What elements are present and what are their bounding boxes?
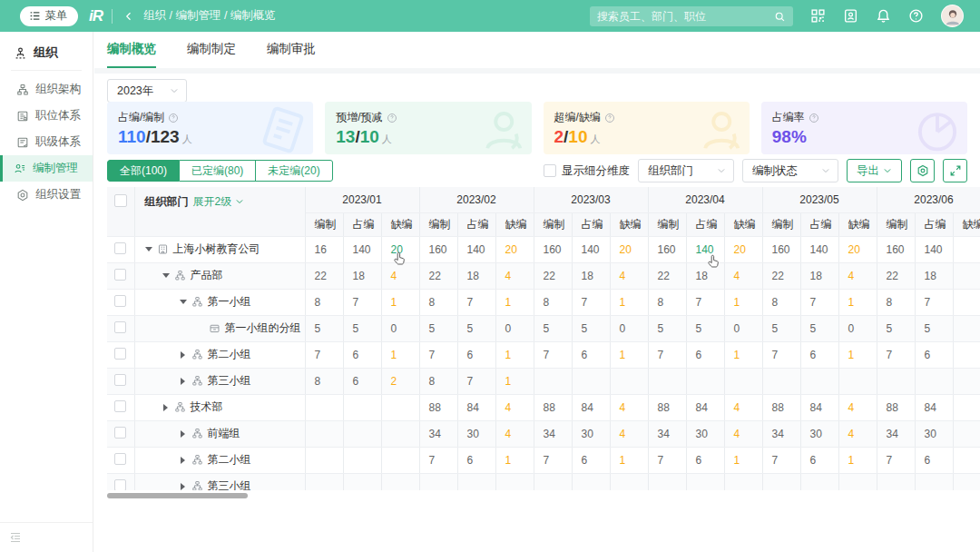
- value-cell: 4: [495, 262, 534, 289]
- menu-label: 菜单: [45, 8, 67, 24]
- tabbar-separator: [94, 68, 980, 74]
- collapse-caret-icon[interactable]: [160, 270, 172, 282]
- expand-caret-icon[interactable]: [160, 401, 172, 414]
- sidebar-collapse-icon[interactable]: [9, 530, 24, 545]
- value-cell: [953, 473, 980, 490]
- value-cell: [534, 473, 572, 490]
- sidebar-item-组织设置[interactable]: 组织设置: [0, 182, 93, 208]
- value-cell: 34: [762, 420, 800, 447]
- value-cell: 22: [305, 262, 343, 289]
- collapse-caret-icon[interactable]: [177, 296, 190, 309]
- tab-编制审批[interactable]: 编制审批: [267, 32, 316, 68]
- value-cell: 1: [495, 341, 534, 368]
- row-checkbox[interactable]: [107, 262, 134, 289]
- expand-caret-icon[interactable]: [177, 375, 190, 388]
- tab-编制制定[interactable]: 编制制定: [187, 32, 236, 68]
- search-input[interactable]: [597, 10, 774, 23]
- value-cell: 84: [457, 394, 495, 420]
- org-name-cell: 前端组: [134, 420, 305, 447]
- menu-button[interactable]: 菜单: [20, 6, 78, 26]
- year-select[interactable]: 2023年: [107, 79, 187, 103]
- help-icon[interactable]: [808, 113, 819, 123]
- help-icon[interactable]: [168, 113, 179, 123]
- value-cell: [610, 368, 648, 394]
- row-checkbox[interactable]: [107, 447, 134, 473]
- month-header: 2023/05: [762, 187, 877, 212]
- help-icon[interactable]: [387, 113, 397, 123]
- status-filter-group: 全部(100)已定编(80)未定编(20): [107, 160, 333, 182]
- value-cell[interactable]: 20: [381, 236, 419, 262]
- horizontal-scrollbar[interactable]: [107, 493, 248, 498]
- value-cell: [953, 315, 980, 341]
- row-checkbox[interactable]: [107, 341, 134, 368]
- bell-icon[interactable]: [876, 8, 891, 24]
- help-icon[interactable]: [604, 113, 615, 123]
- value-cell: 4: [610, 262, 648, 289]
- sidebar-item-职级体系[interactable]: 职级体系: [0, 129, 93, 155]
- collapse-caret-icon[interactable]: [142, 243, 155, 256]
- org-column-header: 组织部门展开2级: [134, 187, 305, 236]
- value-cell: 5: [534, 315, 572, 341]
- expand-caret-icon[interactable]: [177, 349, 190, 361]
- table-controls: 显示细分维度 组织部门 编制状态 导出: [544, 159, 967, 182]
- row-checkbox[interactable]: [107, 368, 134, 394]
- value-cell: 6: [686, 447, 724, 473]
- organization-icon: [14, 46, 27, 60]
- staffing-status-select[interactable]: 编制状态: [742, 159, 838, 182]
- value-cell: 18: [800, 262, 838, 289]
- expand-levels-link[interactable]: 展开2级: [193, 195, 244, 208]
- org-name-cell: 第二小组: [134, 447, 305, 473]
- qr-scan-icon[interactable]: [810, 8, 826, 24]
- tab-编制概览[interactable]: 编制概览: [107, 32, 156, 68]
- help-icon[interactable]: [908, 8, 924, 24]
- row-checkbox[interactable]: [107, 236, 134, 262]
- value-cell: 160: [534, 236, 572, 262]
- row-checkbox[interactable]: [107, 289, 134, 315]
- sidebar-item-编制管理[interactable]: 编制管理: [0, 155, 93, 182]
- sidebar-item-组织架构[interactable]: 组织架构: [0, 76, 93, 103]
- value-cell: [800, 473, 838, 490]
- expand-caret-icon[interactable]: [177, 480, 190, 491]
- value-cell: 88: [877, 394, 915, 420]
- value-cell: 5: [877, 315, 915, 341]
- filter-chip-已定编(80)[interactable]: 已定编(80): [180, 160, 256, 182]
- value-cell: 18: [457, 262, 495, 289]
- value-cell[interactable]: 140: [686, 236, 724, 262]
- month-header: 2023/02: [419, 187, 534, 212]
- value-cell: 4: [838, 262, 877, 289]
- org-dimension-select[interactable]: 组织部门: [638, 159, 734, 182]
- dept-icon: [174, 270, 186, 281]
- table-row: 产品部22184221842218422184221842218: [107, 262, 980, 289]
- sidebar-item-职位体系[interactable]: 职位体系: [0, 103, 93, 129]
- value-cell: 7: [572, 289, 610, 315]
- value-cell: 84: [915, 394, 953, 420]
- value-cell: [381, 473, 419, 490]
- show-dimension-checkbox[interactable]: 显示细分维度: [544, 163, 630, 179]
- fullscreen-button[interactable]: [943, 159, 967, 182]
- value-cell: 18: [915, 262, 953, 289]
- expand-caret-icon[interactable]: [177, 454, 190, 467]
- gear-icon: [16, 189, 29, 202]
- select-all-checkbox[interactable]: [107, 187, 134, 236]
- row-checkbox[interactable]: [107, 473, 134, 490]
- checkbox-icon[interactable]: [544, 164, 556, 177]
- contacts-icon[interactable]: [843, 8, 858, 24]
- filter-chip-未定编(20)[interactable]: 未定编(20): [256, 160, 332, 182]
- table-settings-button[interactable]: [910, 159, 935, 182]
- org-name-cell: 第一小组: [134, 289, 305, 315]
- back-icon[interactable]: [123, 9, 138, 24]
- value-cell: [534, 368, 572, 394]
- row-checkbox[interactable]: [107, 420, 134, 447]
- value-cell: 0: [381, 315, 419, 341]
- filter-chip-全部(100)[interactable]: 全部(100): [107, 160, 180, 182]
- value-cell: 6: [915, 341, 953, 368]
- main-area: 编制概览编制制定编制审批 2023年 占编/编制110/123人预增/预减13/…: [94, 32, 980, 552]
- search-box[interactable]: [590, 6, 793, 26]
- avatar[interactable]: [941, 5, 964, 27]
- export-button[interactable]: 导出: [847, 159, 902, 182]
- expand-caret-icon[interactable]: [177, 428, 190, 440]
- row-checkbox[interactable]: [107, 394, 134, 420]
- value-cell: 6: [800, 341, 838, 368]
- row-checkbox[interactable]: [107, 315, 134, 341]
- org-name-cell: 第三小组: [134, 473, 305, 490]
